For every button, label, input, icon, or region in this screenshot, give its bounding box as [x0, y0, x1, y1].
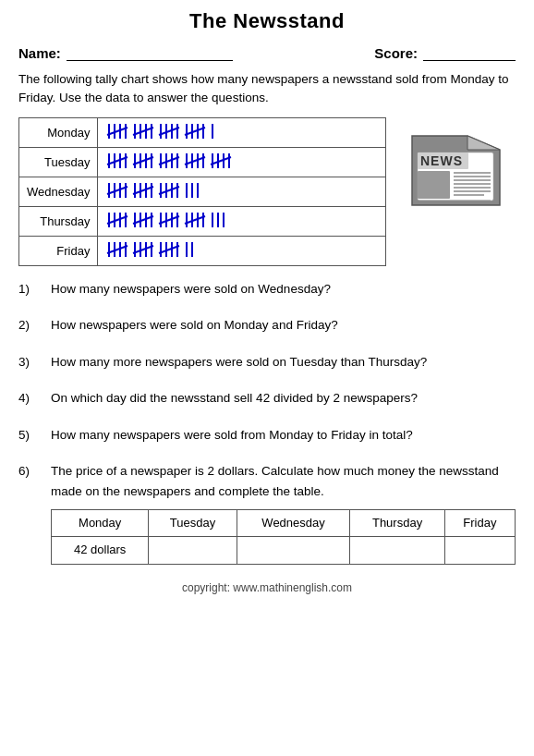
day-label: Tuesday [19, 147, 98, 177]
q1-text: How many newspapers were sold on Wednesd… [51, 279, 516, 299]
score-label: Score: [374, 45, 418, 61]
svg-line-35 [159, 157, 179, 165]
svg-line-73 [133, 216, 153, 224]
table-row: Tuesday [19, 147, 386, 177]
svg-line-45 [211, 157, 231, 165]
svg-line-60 [159, 187, 179, 194]
tally-cell [98, 236, 386, 265]
table-row: Wednesday [19, 177, 386, 206]
day-label: Wednesday [19, 177, 98, 206]
q6-num: 6) [18, 461, 42, 565]
svg-line-30 [133, 157, 153, 165]
svg-rect-109 [418, 171, 450, 199]
question-2: 2) How newspapers were sold on Monday an… [18, 315, 516, 335]
name-field[interactable] [67, 44, 233, 61]
name-label: Name: [18, 45, 61, 61]
q1-num: 1) [18, 279, 42, 299]
questions-section: 1) How many newspapers were sold on Wedn… [18, 279, 516, 566]
svg-line-19 [185, 128, 205, 135]
col-wednesday: Wednesday [237, 509, 350, 537]
svg-line-68 [107, 216, 127, 224]
page-title: The Newsstand [18, 9, 516, 33]
svg-line-91 [107, 246, 127, 253]
intro-text: The following tally chart shows how many… [18, 70, 516, 108]
svg-line-25 [107, 157, 127, 165]
col-thursday: Thursday [350, 509, 444, 537]
q3-text: How many more newspapers were sold on Tu… [51, 352, 516, 372]
tally-cell [98, 147, 386, 177]
table-row: Thursday [19, 206, 386, 236]
day-label: Friday [19, 236, 98, 265]
svg-line-4 [107, 128, 127, 135]
svg-line-96 [133, 246, 153, 253]
q4-text: On which day did the newsstand sell 42 d… [51, 388, 516, 408]
question-4: 4) On which day did the newsstand sell 4… [18, 388, 516, 408]
table-row: Friday [19, 236, 386, 265]
q5-num: 5) [18, 425, 42, 445]
val-friday[interactable] [444, 537, 515, 565]
q5-text: How many newspapers were sold from Monda… [51, 425, 516, 445]
val-tuesday[interactable] [149, 537, 237, 565]
score-field[interactable] [423, 44, 516, 61]
svg-line-40 [185, 157, 205, 165]
question-6: 6) The price of a newspaper is 2 dollars… [18, 461, 516, 565]
val-wednesday[interactable] [237, 537, 350, 565]
svg-line-78 [159, 216, 179, 224]
val-thursday[interactable] [350, 537, 444, 565]
col-tuesday: Tuesday [149, 509, 237, 537]
tally-cell [98, 177, 386, 206]
svg-line-14 [159, 128, 179, 135]
tally-cell [98, 117, 386, 147]
question-3: 3) How many more newspapers were sold on… [18, 352, 516, 372]
q6-text: The price of a newspaper is 2 dollars. C… [51, 464, 499, 498]
q4-num: 4) [18, 388, 42, 408]
copyright-text: copyright: www.mathinenglish.com [18, 581, 516, 594]
answer-table: Monday Tuesday Wednesday Thursday Friday… [51, 509, 516, 566]
col-monday: Monday [52, 509, 149, 537]
q2-num: 2) [18, 315, 42, 335]
svg-text:NEWS: NEWS [420, 153, 463, 168]
svg-line-9 [133, 128, 153, 135]
table-row: Monday [19, 117, 386, 147]
day-label: Monday [19, 117, 98, 147]
question-1: 1) How many newspapers were sold on Wedn… [18, 279, 516, 299]
svg-line-83 [185, 216, 205, 224]
col-friday: Friday [444, 509, 515, 537]
svg-line-101 [159, 246, 179, 253]
tally-cell [98, 206, 386, 236]
svg-marker-105 [467, 136, 500, 150]
q3-num: 3) [18, 352, 42, 372]
val-monday[interactable]: 42 dollars [52, 537, 149, 565]
q2-text: How newspapers were sold on Monday and F… [51, 315, 516, 335]
question-5: 5) How many newspapers were sold from Mo… [18, 425, 516, 445]
newspaper-icon: NEWS [395, 127, 516, 214]
svg-line-50 [107, 187, 127, 194]
tally-chart: Monday [18, 117, 386, 266]
svg-line-55 [133, 187, 153, 194]
day-label: Thursday [19, 206, 98, 236]
